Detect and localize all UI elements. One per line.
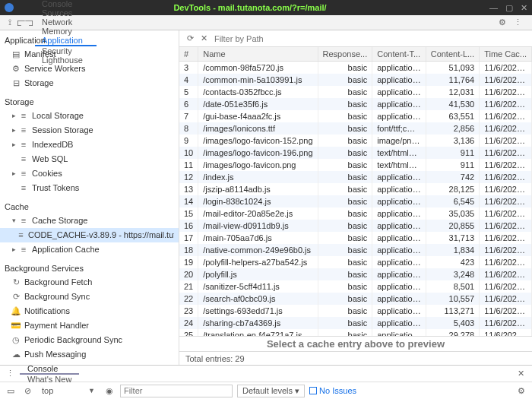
console-filter-input[interactable] xyxy=(120,385,233,397)
table-row[interactable]: 7/gui-base-f4aaa2fc.jsbasicapplicatio…63… xyxy=(179,110,532,122)
table-row[interactable]: 13/jszip-a8114adb.jsbasicapplicatio…28,1… xyxy=(179,183,532,195)
delete-button[interactable]: ✕ xyxy=(198,33,211,43)
table-row[interactable]: 16/mail-view-d0911db9.jsbasicapplicatio…… xyxy=(179,220,532,232)
cell-content-length: 3,248 xyxy=(426,268,479,280)
sidebar-item-push-messaging[interactable]: ☁Push Messaging xyxy=(0,347,179,362)
cell-time-cached: 11/6/202… xyxy=(480,171,532,183)
table-row[interactable]: 17/main-705aa7d6.jsbasicapplicatio…31,71… xyxy=(179,232,532,244)
live-expression-button[interactable]: ◉ xyxy=(103,386,116,396)
sidebar-item-trust-tokens[interactable]: ≡Trust Tokens xyxy=(0,181,179,195)
cell-time-cached: 11/6/202… xyxy=(480,86,532,98)
column-header[interactable]: Content-T... xyxy=(372,47,426,62)
tab-console[interactable]: Console xyxy=(35,0,97,8)
database-icon: ≡ xyxy=(18,168,29,179)
sidebar-item-background-fetch[interactable]: ↻Background Fetch xyxy=(0,275,179,290)
column-header[interactable]: Name xyxy=(198,47,318,62)
table-row[interactable]: 22/search-af0cbc09.jsbasicapplicatio…10,… xyxy=(179,293,532,305)
preview-pane: Select a cache entry above to preview xyxy=(179,336,532,351)
cell-response: basic xyxy=(318,207,372,220)
sidebar-item-storage[interactable]: ⊟Storage xyxy=(0,76,179,90)
console-settings-icon[interactable]: ⚙ xyxy=(515,386,527,396)
table-row[interactable]: 6/date-051e35f6.jsbasicapplicatio…41,530… xyxy=(179,98,532,110)
cell-content-length: 20,855 xyxy=(426,220,479,232)
sidebar-item-service-workers[interactable]: ⚙Service Workers xyxy=(0,62,179,76)
table-row[interactable]: 18/native-common-249e96b0.jsbasicapplica… xyxy=(179,244,532,256)
table-row[interactable]: 9/images/logo-favicon-152.pngbasicimage/… xyxy=(179,135,532,147)
table-row[interactable]: 25/translation-en-f4e721a7.jsbasicapplic… xyxy=(179,329,532,336)
table-row[interactable]: 21/sanitizer-5cff4d11.jsbasicapplicatio…… xyxy=(179,280,532,293)
cell-name: /index.js xyxy=(198,171,318,183)
cell-name: /polyfill-helpers-a27ba542.js xyxy=(198,256,318,268)
clear-console-button[interactable]: ⊘ xyxy=(21,386,33,396)
table-row[interactable]: 4/common-min-5a103991.jsbasicapplicatio…… xyxy=(179,74,532,86)
drawer-tabstrip: ⋮ ConsoleWhat's New ✕ xyxy=(0,365,532,382)
table-row[interactable]: 3/common-98fa5720.jsbasicapplicatio…51,0… xyxy=(179,62,532,74)
sidebar-item-cache-storage[interactable]: ▾ ≡ Cache Storage xyxy=(0,214,179,228)
cell-response: basic xyxy=(318,305,372,317)
cell-time-cached: 11/6/202… xyxy=(480,280,532,293)
cell-time-cached: 11/6/202… xyxy=(480,256,532,268)
sidebar-item-cookies[interactable]: ▸≡Cookies xyxy=(0,166,179,181)
tab-sources[interactable]: Sources xyxy=(35,8,97,17)
tab-network[interactable]: Network xyxy=(35,17,97,27)
column-header[interactable]: Content-L... xyxy=(426,47,479,62)
sidebar-item-payment-handler[interactable]: 💳Payment Handler xyxy=(0,318,179,333)
sidebar-item-local-storage[interactable]: ▸≡Local Storage xyxy=(0,109,179,123)
sidebar-item-application-cache[interactable]: ▸ ≡ Application Cache xyxy=(0,242,179,257)
cell-content-length: 8,501 xyxy=(426,280,479,293)
table-row[interactable]: 8/images/Ionicons.ttfbasicfont/ttf;c…2,8… xyxy=(179,122,532,135)
table-row[interactable]: 23/settings-693edd71.jsbasicapplicatio…1… xyxy=(179,305,532,317)
cell-time-cached: 11/6/202… xyxy=(480,207,532,220)
filter-input[interactable] xyxy=(211,33,527,45)
sidebar-item-periodic-background-sync[interactable]: ◷Periodic Background Sync xyxy=(0,333,179,347)
table-row[interactable]: 20/polyfill.jsbasicapplicatio…3,24811/6/… xyxy=(179,268,532,280)
table-row[interactable]: 12/index.jsbasicapplicatio…74211/6/202… xyxy=(179,171,532,183)
maximize-button[interactable]: ▢ xyxy=(505,3,513,13)
refresh-button[interactable]: ⟳ xyxy=(184,33,198,43)
cell-time-cached: 11/6/202… xyxy=(480,195,532,207)
cell-index: 14 xyxy=(179,195,198,207)
cell-content-length: 1,834 xyxy=(426,244,479,256)
cache-table[interactable]: #NameResponse...Content-T...Content-L...… xyxy=(179,47,532,336)
devtools-tabstrip: ⟟ ⫍⫎ ElementsPerformanceConsoleSourcesNe… xyxy=(0,15,532,30)
drawer-tab-console[interactable]: Console xyxy=(20,364,79,375)
close-button[interactable]: ✕ xyxy=(521,3,527,13)
sidebar-item-background-sync[interactable]: ⟳Background Sync xyxy=(0,290,179,304)
column-header[interactable]: Time Cac... xyxy=(480,47,532,62)
cell-content-length: 6,545 xyxy=(426,195,479,207)
cell-index: 20 xyxy=(179,268,198,280)
sidebar-item-notifications[interactable]: 🔔Notifications xyxy=(0,304,179,318)
sidebar-item-manifest[interactable]: ▤Manifest xyxy=(0,47,179,62)
issues-link[interactable]: No Issues xyxy=(309,386,356,395)
table-row[interactable]: 14/login-838c1024.jsbasicapplicatio…6,54… xyxy=(179,195,532,207)
console-toolbar: ▭ ⊘ top ▼ ◉ Default levels ▾ No Issues ⚙ xyxy=(0,382,532,399)
console-sidebar-toggle[interactable]: ▭ xyxy=(5,386,17,396)
more-icon[interactable]: ⋮ xyxy=(512,17,523,27)
sidebar-item-session-storage[interactable]: ▸≡Session Storage xyxy=(0,123,179,138)
inspect-icon[interactable]: ⟟ xyxy=(5,17,15,27)
table-row[interactable]: 10/images/logo-favicon-196.pngbasictext/… xyxy=(179,147,532,159)
cell-name: /search-af0cbc09.js xyxy=(198,293,318,305)
settings-icon[interactable]: ⚙ xyxy=(497,17,508,27)
log-level-selector[interactable]: Default levels ▾ xyxy=(237,385,305,397)
table-row[interactable]: 11/images/logo-favicon.pngbasictext/html… xyxy=(179,159,532,171)
minimize-button[interactable]: — xyxy=(489,3,498,12)
cell-content-type: applicatio… xyxy=(372,220,426,232)
cell-index: 25 xyxy=(179,329,198,336)
sidebar-item-indexeddb[interactable]: ▸≡IndexedDB xyxy=(0,138,179,152)
table-row[interactable]: 15/mail-editor-20a85e2e.jsbasicapplicati… xyxy=(179,207,532,220)
drawer-close-icon[interactable]: ✕ xyxy=(515,369,527,378)
table-row[interactable]: 5/contacts-0352fbcc.jsbasicapplicatio…12… xyxy=(179,86,532,98)
context-selector[interactable]: top ▼ xyxy=(38,385,99,397)
column-header[interactable]: Response... xyxy=(318,47,372,62)
cell-response: basic xyxy=(318,110,372,122)
device-icon[interactable]: ⫍⫎ xyxy=(20,18,30,27)
table-row[interactable]: 24/sharing-cb7a4369.jsbasicapplicatio…5,… xyxy=(179,317,532,329)
sidebar-item-selected-cache[interactable]: ≡ CODE_CACHE-v3.89.9 - https://mail.tuta… xyxy=(0,228,179,242)
column-header[interactable]: # xyxy=(179,47,198,62)
cell-response: basic xyxy=(318,147,372,159)
table-row[interactable]: 19/polyfill-helpers-a27ba542.jsbasicappl… xyxy=(179,256,532,268)
drawer-toggle-icon[interactable]: ⋮ xyxy=(5,369,15,378)
sidebar-item-web-sql[interactable]: ≡Web SQL xyxy=(0,152,179,166)
drawer-tab-what-s-new[interactable]: What's New xyxy=(20,375,79,384)
